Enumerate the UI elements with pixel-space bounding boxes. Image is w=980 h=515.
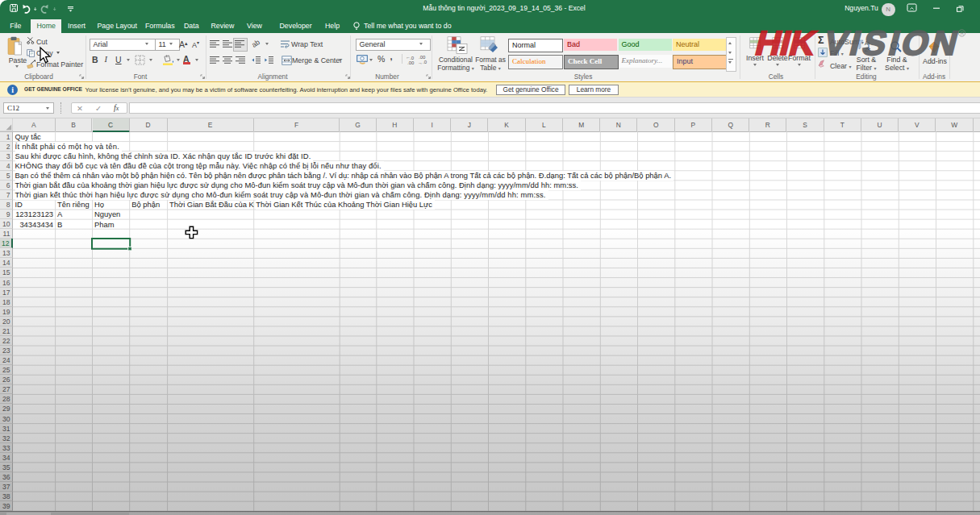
svg-text:VISION: VISION — [820, 24, 965, 62]
svg-text:HIK: HIK — [752, 24, 820, 62]
svg-text:R: R — [961, 31, 965, 36]
